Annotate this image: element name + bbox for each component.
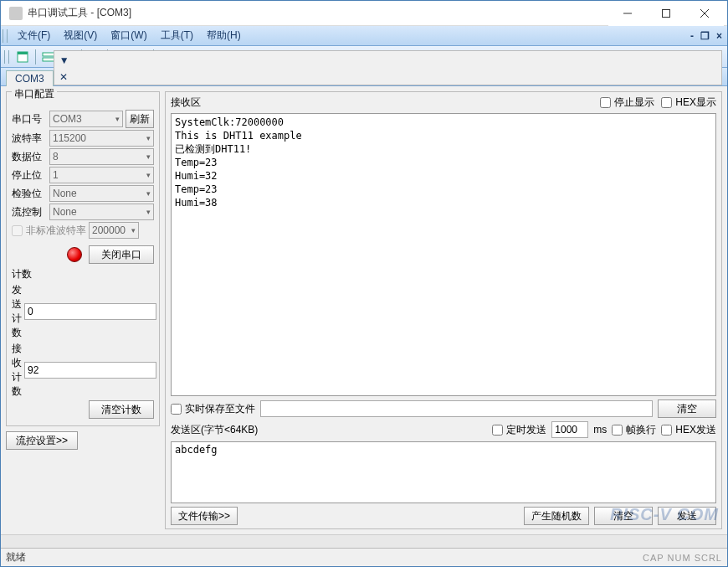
stop-bits-select[interactable]: 1▾ — [49, 167, 154, 183]
client-area: COM3 ▼ ✕ 串口配置 串口号 COM3▾ 刷新 波特率 115200▾ 数… — [1, 68, 727, 548]
svg-rect-0 — [663, 9, 670, 17]
window-title: 串口调试工具 - [COM3] — [28, 6, 608, 20]
nonstd-baud-input[interactable]: 200000▾ — [89, 222, 139, 239]
status-ready: 就绪 — [6, 550, 26, 564]
tx-count-field[interactable] — [24, 303, 156, 320]
data-bits-label: 数据位 — [12, 150, 47, 164]
tx-clear-button[interactable]: 清空 — [594, 507, 653, 525]
rx-clear-button[interactable]: 清空 — [658, 399, 716, 418]
tx-title: 发送区(字节<64KB) — [171, 423, 258, 437]
close-button[interactable] — [685, 1, 724, 26]
hex-display-label: HEX显示 — [675, 95, 716, 110]
flow-settings-button[interactable]: 流控设置>> — [6, 431, 78, 450]
rx-title: 接收区 — [171, 95, 600, 110]
baud-label: 波特率 — [12, 131, 47, 146]
port-status-led — [67, 247, 82, 262]
flow-select[interactable]: None▾ — [49, 204, 154, 220]
nonstd-baud-label: 非标准波特率 — [26, 224, 86, 238]
port-label: 串口号 — [12, 112, 47, 126]
realtime-save-label: 实时保存至文件 — [185, 402, 255, 416]
rx-textarea[interactable]: SystemClk:72000000 This is DHT11 example… — [171, 113, 716, 396]
timed-send-check[interactable] — [492, 425, 503, 436]
rx-count-field[interactable] — [24, 362, 156, 379]
statusbar: 就绪 CAP NUM SCRL — [1, 548, 727, 566]
mdi-close-button[interactable]: × — [716, 30, 722, 42]
menu-window[interactable]: 窗口(W) — [104, 27, 153, 44]
flow-label: 流控制 — [12, 205, 47, 219]
menu-help[interactable]: 帮助(H) — [200, 27, 248, 44]
menubar-grip[interactable] — [3, 29, 8, 43]
parity-select[interactable]: None▾ — [49, 185, 154, 202]
horizontal-scrollbar[interactable] — [1, 534, 727, 548]
file-transfer-button[interactable]: 文件传输>> — [171, 507, 238, 525]
keyboard-indicators: CAP NUM SCRL — [643, 553, 722, 563]
tab-menu-icon[interactable]: ▼ — [59, 54, 716, 66]
tx-textarea[interactable]: abcdefg — [171, 441, 716, 503]
menu-tools[interactable]: 工具(T) — [154, 27, 200, 44]
tab-com3[interactable]: COM3 — [6, 70, 54, 86]
close-port-button[interactable]: 关闭串口 — [89, 245, 154, 264]
clear-count-button[interactable]: 清空计数 — [89, 400, 154, 419]
send-button[interactable]: 发送 — [658, 507, 716, 525]
port-select[interactable]: COM3▾ — [49, 111, 123, 127]
hex-send-label: HEX发送 — [675, 423, 716, 437]
toolbar-grip[interactable] — [4, 50, 9, 64]
interval-field[interactable] — [551, 421, 588, 438]
minimize-button[interactable] — [608, 1, 647, 26]
parity-label: 检验位 — [12, 187, 47, 201]
save-path-field[interactable] — [260, 400, 653, 417]
stop-display-label: 停止显示 — [614, 95, 654, 110]
wrap-check[interactable] — [612, 425, 623, 436]
menu-file[interactable]: 文件(F) — [11, 27, 57, 44]
wrap-label: 帧换行 — [626, 423, 656, 437]
menu-view[interactable]: 视图(V) — [57, 27, 104, 44]
app-icon — [9, 7, 23, 20]
new-window-button[interactable] — [13, 48, 32, 66]
hex-send-check[interactable] — [661, 425, 672, 436]
rx-count-label: 接收计数 — [12, 342, 22, 399]
port-config-title: 串口配置 — [12, 87, 57, 101]
tab-close-icon[interactable]: ✕ — [59, 71, 716, 83]
titlebar: 串口调试工具 - [COM3] — [1, 1, 727, 26]
stop-display-check[interactable] — [600, 97, 611, 108]
menubar: 文件(F) 视图(V) 窗口(W) 工具(T) 帮助(H) - ❐ × — [1, 26, 727, 46]
left-panel: 串口配置 串口号 COM3▾ 刷新 波特率 115200▾ 数据位 8▾ 停止位… — [6, 91, 160, 529]
baud-select[interactable]: 115200▾ — [49, 130, 154, 147]
right-panel: 接收区 停止显示 HEX显示 SystemClk:72000000 This i… — [165, 91, 722, 529]
svg-rect-2 — [18, 52, 28, 54]
mdi-restore-button[interactable]: ❐ — [700, 30, 710, 42]
stop-bits-label: 停止位 — [12, 168, 47, 183]
gen-random-button[interactable]: 产生随机数 — [524, 507, 589, 525]
mdi-minimize-button[interactable]: - — [690, 30, 694, 42]
document-tabstrip: COM3 ▼ ✕ — [1, 68, 727, 86]
nonstd-baud-check[interactable] — [12, 225, 23, 236]
tx-count-label: 发送计数 — [12, 283, 22, 340]
port-config-group: 串口配置 串口号 COM3▾ 刷新 波特率 115200▾ 数据位 8▾ 停止位… — [6, 91, 160, 426]
hex-display-check[interactable] — [661, 97, 672, 108]
maximize-button[interactable] — [647, 1, 685, 26]
count-title: 计数 — [12, 267, 154, 281]
realtime-save-check[interactable] — [171, 404, 182, 415]
timed-send-label: 定时发送 — [506, 423, 546, 437]
data-bits-select[interactable]: 8▾ — [49, 148, 154, 165]
ms-label: ms — [593, 424, 607, 436]
refresh-button[interactable]: 刷新 — [126, 110, 154, 128]
